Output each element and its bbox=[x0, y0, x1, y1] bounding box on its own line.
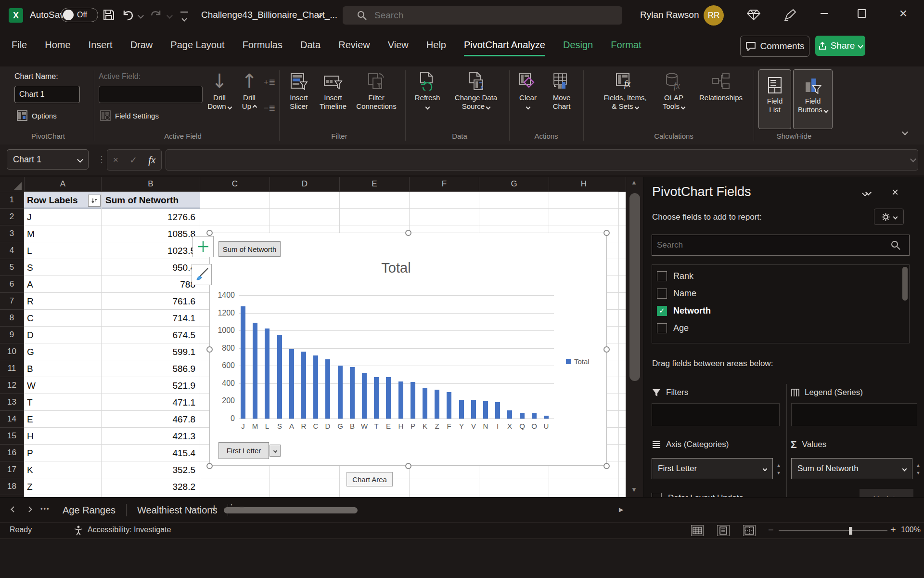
resize-handle[interactable] bbox=[603, 463, 610, 469]
move-chart-button[interactable]: MoveChart bbox=[546, 69, 578, 111]
unchecked-checkbox[interactable] bbox=[657, 323, 667, 333]
chart-name-input[interactable]: Chart 1 bbox=[14, 86, 80, 103]
title-search-box[interactable] bbox=[343, 6, 622, 25]
cell-a14[interactable]: E bbox=[27, 411, 99, 428]
cell-b10[interactable]: 599.1 bbox=[101, 343, 195, 360]
chart-title[interactable]: Total bbox=[348, 260, 444, 276]
bar-W[interactable] bbox=[362, 373, 367, 419]
ribbon-tab-file[interactable]: File bbox=[12, 39, 27, 56]
cell-a2[interactable]: J bbox=[27, 209, 99, 225]
clear-button[interactable]: Clear bbox=[514, 69, 542, 111]
cell-b17[interactable]: 352.5 bbox=[101, 461, 195, 478]
bar-O[interactable] bbox=[532, 413, 537, 419]
row-header-4[interactable]: 4 bbox=[0, 242, 24, 259]
row-header-7[interactable]: 7 bbox=[0, 293, 24, 310]
resize-handle[interactable] bbox=[603, 230, 610, 236]
values-field-pill[interactable]: Sum of Networth bbox=[791, 458, 912, 479]
accessibility-status[interactable]: Accessibility: Investigate bbox=[88, 525, 171, 534]
user-name[interactable]: Rylan Rawson bbox=[640, 10, 699, 20]
cell-b15[interactable]: 421.3 bbox=[101, 428, 195, 445]
zoom-out-icon[interactable]: − bbox=[768, 525, 774, 536]
customize-qat-icon[interactable] bbox=[180, 12, 188, 23]
all-sheets-icon[interactable]: ••• bbox=[40, 505, 50, 512]
pivot-chart[interactable]: Sum of Networth Total Total First Letter… bbox=[209, 233, 607, 466]
ribbon-tab-draw[interactable]: Draw bbox=[130, 39, 153, 56]
axis-field-button[interactable]: First Letter bbox=[218, 442, 269, 459]
column-header-f[interactable]: F bbox=[409, 177, 479, 192]
sheet-tab-age-ranges[interactable]: Age Ranges bbox=[52, 505, 126, 516]
ribbon-tab-view[interactable]: View bbox=[388, 39, 409, 56]
autosave-toggle[interactable]: Off bbox=[61, 8, 98, 22]
row-header-1[interactable]: 1 bbox=[0, 192, 24, 209]
bar-B[interactable] bbox=[350, 367, 355, 419]
pane-chevron-icon[interactable] bbox=[863, 189, 867, 197]
cell-a13[interactable]: T bbox=[27, 394, 99, 411]
hscroll-right-icon[interactable]: ▶ bbox=[619, 506, 623, 513]
bar-G[interactable] bbox=[338, 366, 343, 419]
diamond-icon[interactable] bbox=[747, 9, 760, 23]
cell-a9[interactable]: D bbox=[27, 327, 99, 343]
row-header-17[interactable]: 17 bbox=[0, 461, 24, 478]
vertical-scroll-thumb[interactable] bbox=[629, 193, 640, 381]
options-button[interactable]: Options bbox=[16, 110, 57, 121]
cell-b11[interactable]: 586.9 bbox=[101, 360, 195, 377]
undo-icon[interactable] bbox=[121, 9, 135, 23]
cell-b2[interactable]: 1276.6 bbox=[101, 209, 195, 225]
sort-filter-button[interactable] bbox=[88, 195, 101, 207]
change-data-source-button[interactable]: Change DataSource bbox=[448, 69, 504, 111]
chart-styles-button[interactable] bbox=[192, 264, 212, 285]
page-break-view-icon[interactable] bbox=[743, 525, 756, 536]
row-header-2[interactable]: 2 bbox=[0, 209, 24, 225]
pane-tools-button[interactable] bbox=[874, 209, 904, 225]
cell-a15[interactable]: H bbox=[27, 428, 99, 445]
cell-a5[interactable]: S bbox=[27, 259, 99, 276]
normal-view-icon[interactable] bbox=[691, 525, 704, 536]
row-header-18[interactable]: 18 bbox=[0, 478, 24, 495]
name-box-dropdown-icon[interactable] bbox=[77, 157, 83, 163]
cell-b14[interactable]: 467.8 bbox=[101, 411, 195, 428]
chart-elements-button[interactable] bbox=[192, 236, 214, 257]
fields-list-scroll-thumb[interactable] bbox=[902, 267, 908, 301]
ribbon-tab-pivotchart-analyze[interactable]: PivotChart Analyze bbox=[464, 39, 545, 56]
ribbon-tab-formulas[interactable]: Formulas bbox=[243, 39, 282, 56]
field-item-rank[interactable]: Rank bbox=[657, 269, 693, 283]
bar-S[interactable] bbox=[277, 335, 282, 419]
cell-a10[interactable]: G bbox=[27, 343, 99, 360]
cell-b12[interactable]: 521.9 bbox=[101, 377, 195, 394]
zoom-level[interactable]: 100% bbox=[901, 525, 921, 534]
row-header-6[interactable]: 6 bbox=[0, 276, 24, 293]
bar-Z[interactable] bbox=[435, 390, 439, 419]
chart-legend[interactable]: Total bbox=[566, 357, 590, 366]
horizontal-scroll-thumb[interactable] bbox=[224, 507, 358, 513]
row-header-8[interactable]: 8 bbox=[0, 310, 24, 327]
row-header-3[interactable]: 3 bbox=[0, 225, 24, 242]
bar-R[interactable] bbox=[301, 352, 306, 419]
page-layout-view-icon[interactable] bbox=[717, 525, 730, 536]
zoom-in-icon[interactable]: + bbox=[890, 525, 896, 536]
cell-a16[interactable]: P bbox=[27, 445, 99, 461]
resize-handle[interactable] bbox=[206, 463, 213, 469]
scroll-down-icon[interactable]: ▼ bbox=[631, 486, 637, 493]
ribbon-tab-review[interactable]: Review bbox=[338, 39, 370, 56]
pane-close-icon[interactable]: × bbox=[892, 185, 898, 199]
axis-field-pill[interactable]: First Letter bbox=[652, 458, 773, 479]
tabs-overflow-icon[interactable]: ••• bbox=[190, 505, 200, 512]
cell-b7[interactable]: 761.6 bbox=[101, 293, 195, 310]
avatar[interactable]: RR bbox=[704, 5, 724, 26]
next-sheet-icon[interactable] bbox=[27, 504, 31, 512]
resize-handle[interactable] bbox=[405, 230, 411, 236]
prev-sheet-icon[interactable] bbox=[12, 504, 16, 512]
checked-checkbox[interactable]: ✓ bbox=[657, 306, 667, 316]
row-header-13[interactable]: 13 bbox=[0, 394, 24, 411]
cell-b16[interactable]: 415.4 bbox=[101, 445, 195, 461]
name-box[interactable]: Chart 1 bbox=[7, 149, 89, 170]
row-header-10[interactable]: 10 bbox=[0, 343, 24, 360]
row-header-9[interactable]: 9 bbox=[0, 327, 24, 343]
fields-items-sets-button[interactable]: fx Fields, Items,& Sets bbox=[597, 69, 654, 111]
cell-a18[interactable]: Z bbox=[27, 478, 99, 495]
bar-U[interactable] bbox=[544, 416, 549, 419]
bar-D[interactable] bbox=[325, 359, 330, 419]
cell-b5[interactable]: 950.4 bbox=[101, 259, 195, 276]
bar-Q[interactable] bbox=[520, 413, 525, 419]
refresh-button[interactable]: Refresh bbox=[410, 69, 445, 111]
